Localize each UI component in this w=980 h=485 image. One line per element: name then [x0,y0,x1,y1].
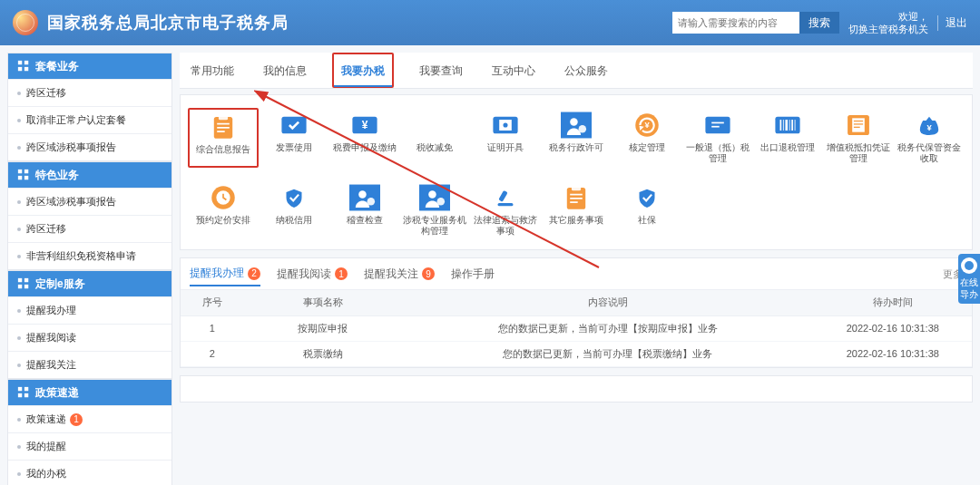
user-area: 欢迎， 切换主管税务机关 [848,10,928,35]
svg-rect-38 [780,120,782,131]
app-tile[interactable]: ¥税务代保管资金收取 [894,108,965,168]
empty-panel [180,375,973,403]
logout-link[interactable]: 退出 [937,15,967,31]
reminder-tab[interactable]: 操作手册 [451,267,495,282]
app-tile-label: 税务行政许可 [549,142,603,153]
app-tile-label: 一般退（抵）税管理 [686,142,750,164]
main-tab[interactable]: 我要查询 [416,53,466,88]
sidebar-group-header[interactable]: 定制e服务 [8,271,172,296]
svg-rect-40 [786,120,789,131]
sidebar-group-header[interactable]: 政策速递 [8,380,172,405]
svg-rect-19 [217,127,230,129]
svg-point-55 [367,198,375,206]
app-tile[interactable]: 出口退税管理 [753,108,824,168]
sidebar-item[interactable]: 跨区域涉税事项报告 [8,188,172,215]
svg-rect-41 [789,120,790,131]
search-input[interactable] [672,12,799,34]
reminder-tab-badge: 1 [335,267,348,280]
logo-badge-icon [13,10,38,35]
sidebar-item[interactable]: 跨区域涉税事项报告 [8,133,172,160]
main-tab[interactable]: 常用功能 [187,53,238,88]
search-box: 搜索 [672,12,839,34]
grid-icon [17,169,30,181]
sidebar-item[interactable]: 跨区迁移 [8,79,172,106]
sidebar-group: 定制e服务提醒我办理提醒我阅读提醒我关注 [7,270,172,379]
sidebar-item[interactable]: 非营利组织免税资格申请 [8,242,172,269]
sidebar-item-label: 跨区迁移 [26,222,66,236]
sidebar-item-badge: 1 [70,413,83,426]
app-tile-label: 纳税信用 [276,215,312,226]
sidebar-item-label: 非营利组织免税资格申请 [26,249,136,263]
app-tile[interactable]: 涉税专业服务机构管理 [399,180,470,240]
main-panel: 常用功能我的信息我要办税我要查询互动中心公众服务 综合信息报告发票使用¥税费申报… [180,53,973,485]
main-tab[interactable]: 互动中心 [488,53,539,88]
table-row[interactable]: 2税票缴纳您的数据已更新，当前可办理【税票缴纳】业务2022-02-16 10:… [181,341,972,366]
app-tile-label: 涉税专业服务机构管理 [403,215,466,237]
app-tile[interactable]: 发票使用 [259,108,329,168]
app-tile[interactable]: 其它服务事项 [541,180,612,240]
app-tile[interactable]: ¥税费申报及缴纳 [329,108,400,168]
main-tab[interactable]: 我的信息 [260,53,310,88]
floating-help-button[interactable]: 在线导办 [958,254,980,304]
sidebar-group-title: 定制e服务 [35,276,85,292]
app-tile[interactable]: 社保 [612,180,682,240]
app-tile[interactable]: 预约定价安排 [188,180,259,240]
svg-rect-3 [24,67,28,71]
main-tab[interactable]: 我要办税 [332,53,394,88]
app-tile-label: 综合信息报告 [196,144,250,155]
reminder-tab-badge: 9 [422,267,435,280]
content-area: 套餐业务跨区迁移取消非正常户认定套餐跨区域涉税事项报告特色业务跨区域涉税事项报告… [0,45,980,485]
app-tile[interactable]: 纳税信用 [259,180,329,240]
app-tile[interactable]: 法律追索与救济事项 [470,180,541,240]
sidebar-item[interactable]: 提醒我阅读 [8,324,172,351]
svg-point-54 [358,190,367,199]
app-tile[interactable]: 税收减免 [399,108,470,168]
app-tile[interactable]: 税务行政许可 [541,108,612,168]
search-button[interactable]: 搜索 [799,12,839,34]
reminder-tab-badge: 2 [248,267,260,280]
sidebar-group-header[interactable]: 套餐业务 [8,53,172,79]
svg-rect-12 [18,387,22,391]
reminder-tab-label: 操作手册 [451,267,495,282]
app-tile[interactable]: 证明开具 [470,108,541,168]
app-tile[interactable]: 增值税抵扣凭证管理 [823,108,894,168]
switch-org-link[interactable]: 切换主管税务机关 [848,23,928,35]
sidebar-item[interactable]: 取消非正常户认定套餐 [8,106,172,133]
app-tile[interactable]: 一般退（抵）税管理 [682,108,753,168]
sidebar-item[interactable]: 提醒我办理 [8,296,172,324]
app-tile-label: 证明开具 [487,142,524,153]
table-row[interactable]: 1按期应申报您的数据已更新，当前可办理【按期应申报】业务2022-02-16 1… [181,315,972,341]
person-star-icon [419,184,450,211]
reminder-tab[interactable]: 提醒我关注9 [364,267,435,282]
sidebar-group-title: 政策速递 [35,385,79,401]
app-tile-label: 发票使用 [276,142,312,153]
sidebar-item[interactable]: 提醒我关注 [8,351,172,378]
app-tile[interactable]: 综合信息报告 [188,108,259,168]
apps-row-2: 预约定价安排纳税信用稽查检查涉税专业服务机构管理法律追索与救济事项其它服务事项社… [188,180,965,240]
person-flag-icon [349,184,380,211]
svg-point-31 [579,125,587,133]
reminder-tab[interactable]: 提醒我办理2 [190,266,260,286]
sidebar-item[interactable]: 政策速递1 [8,405,172,432]
table-cell: 税票缴纳 [244,341,402,366]
sidebar-item[interactable]: 我的办税 [8,460,172,485]
sidebar-group-title: 套餐业务 [35,59,79,74]
main-tab[interactable]: 公众服务 [561,53,612,88]
ticket-icon [702,112,733,139]
sidebar-group-title: 特色业务 [35,168,79,183]
sidebar-item[interactable]: 跨区迁移 [8,215,172,242]
app-tile[interactable]: 稽查检查 [329,180,400,240]
reminder-tab[interactable]: 提醒我阅读1 [277,267,348,282]
app-tile-label: 出口退税管理 [760,142,815,153]
clock-icon [208,184,239,211]
sidebar-item[interactable]: 我的提醒 [8,432,172,460]
app-tile[interactable]: ¥核定管理 [612,108,682,168]
reminder-tab-label: 提醒我关注 [364,267,418,282]
app-header: 国家税务总局北京市电子税务局 搜索 欢迎， 切换主管税务机关 退出 [0,0,980,45]
apps-row-1: 综合信息报告发票使用¥税费申报及缴纳税收减免证明开具税务行政许可¥核定管理一般退… [188,108,965,168]
shield-plus-icon [632,184,662,211]
svg-rect-8 [18,278,22,282]
svg-rect-15 [24,393,28,397]
app-tile-label: 税收减免 [416,142,453,153]
sidebar-group-header[interactable]: 特色业务 [8,162,172,188]
